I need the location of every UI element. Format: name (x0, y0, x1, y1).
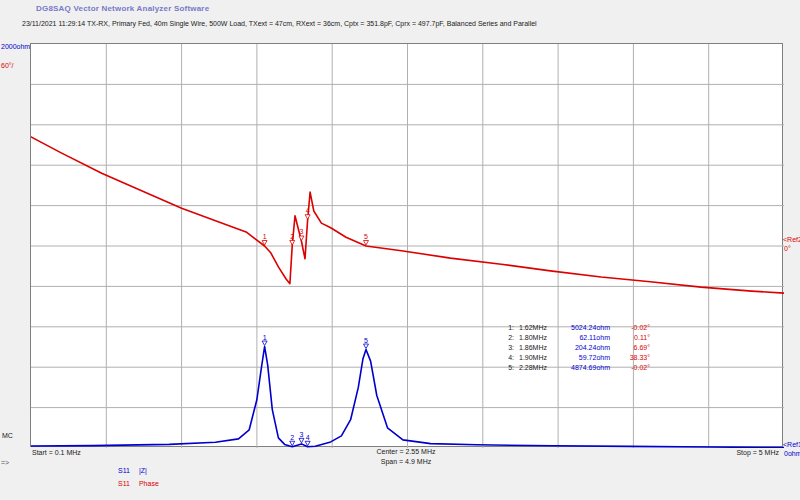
marker-number: 3 (300, 228, 304, 235)
legend-phase[interactable]: S11Phase (118, 480, 159, 487)
marker-table-cell: 38.33° (612, 353, 650, 363)
phase-marker[interactable]: 4 (305, 207, 310, 219)
freq-start-label: Start = 0.1 MHz (32, 449, 81, 456)
grid (31, 44, 784, 448)
marker-triangle-icon (305, 215, 310, 220)
marker-table-cell: 1.62MHz (516, 323, 558, 333)
marker-number: 1 (263, 334, 267, 341)
marker-number: 2 (290, 233, 294, 240)
marker-table-cell: 0.11° (612, 333, 650, 343)
marker-table-cell: 1.90MHz (516, 353, 558, 363)
impedance-marker[interactable]: 4 (305, 434, 310, 446)
marker-table-cell: 2.28MHz (516, 363, 558, 373)
arrow-indicator: => (1, 459, 9, 466)
phase-scale-label: 60°/ (1, 62, 14, 69)
marker-table-cell: -0.02° (612, 323, 650, 333)
marker-table-cell: 6.69° (612, 343, 650, 353)
marker-triangle-icon (290, 240, 295, 245)
marker-readout-table: 1:1.62MHz5024.24ohm-0.02°2:1.80MHz62.11o… (501, 323, 650, 373)
marker-triangle-icon (364, 241, 369, 246)
marker-triangle-icon (299, 438, 304, 443)
marker-table-cell: 204.24ohm (560, 343, 610, 353)
marker-table-cell: 3: (501, 343, 514, 353)
freq-center-label: Center = 2.55 MHz (350, 448, 462, 455)
freq-span-label: Span = 4.9 MHz (350, 458, 462, 465)
marker-number: 4 (306, 207, 310, 214)
mc-indicator: MC (2, 432, 13, 439)
marker-table-cell: 1.86MHz (516, 343, 558, 353)
marker-number: 5 (364, 337, 368, 344)
impedance-marker[interactable]: 5 (364, 337, 369, 349)
legend-impedance[interactable]: S11|Z| (118, 467, 147, 474)
marker-table-cell: 62.11ohm (560, 333, 610, 343)
phase-marker[interactable]: 2 (290, 233, 295, 245)
marker-table-cell: -0.02° (612, 363, 650, 373)
marker-number: 2 (290, 434, 294, 441)
ref2-value: 0° (784, 245, 791, 252)
impedance-marker[interactable]: 3 (299, 431, 304, 443)
freq-stop-label: Stop = 5 MHz (714, 449, 779, 456)
marker-triangle-icon (290, 441, 295, 446)
app-title: DG8SAQ Vector Network Analyzer Software (36, 4, 209, 13)
ref1-value: 0ohm (784, 450, 800, 457)
legend-impedance-param: S11 (118, 467, 130, 474)
marker-triangle-icon (364, 344, 369, 349)
legend-impedance-trace: |Z| (139, 467, 147, 474)
marker-table-cell: 2: (501, 333, 514, 343)
ref2-marker-label[interactable]: <Ref2 (783, 236, 800, 243)
marker-table-cell: 59.72ohm (560, 353, 610, 363)
marker-triangle-icon (262, 341, 267, 346)
impedance-scale-label: 2000ohm/ (1, 43, 32, 50)
marker-number: 3 (300, 431, 304, 438)
marker-number: 4 (306, 434, 310, 441)
phase-marker[interactable]: 5 (364, 233, 369, 245)
impedance-marker[interactable]: 1 (262, 334, 267, 346)
marker-table-cell: 4: (501, 353, 514, 363)
phase-marker[interactable]: 3 (299, 228, 304, 240)
marker-triangle-icon (299, 236, 304, 241)
legend-phase-trace: Phase (139, 480, 159, 487)
legend-phase-param: S11 (118, 480, 130, 487)
ref1-marker-label[interactable]: <Ref1 (783, 441, 800, 448)
plot-svg: 1122334455 (31, 44, 784, 448)
marker-table-cell: 4874.69ohm (560, 363, 610, 373)
marker-table-cell: 5024.24ohm (560, 323, 610, 333)
marker-table-cell: 1.80MHz (516, 333, 558, 343)
phase-marker[interactable]: 1 (262, 233, 267, 245)
plot-canvas[interactable]: 1122334455 1:1.62MHz5024.24ohm-0.02°2:1.… (30, 43, 783, 447)
session-info: 23/11/2021 11:29:14 TX-RX, Primary Fed, … (22, 20, 537, 27)
marker-table-cell: 5: (501, 363, 514, 373)
marker-table-cell: 1: (501, 323, 514, 333)
marker-number: 5 (364, 233, 368, 240)
marker-number: 1 (263, 233, 267, 240)
impedance-marker[interactable]: 2 (290, 434, 295, 446)
